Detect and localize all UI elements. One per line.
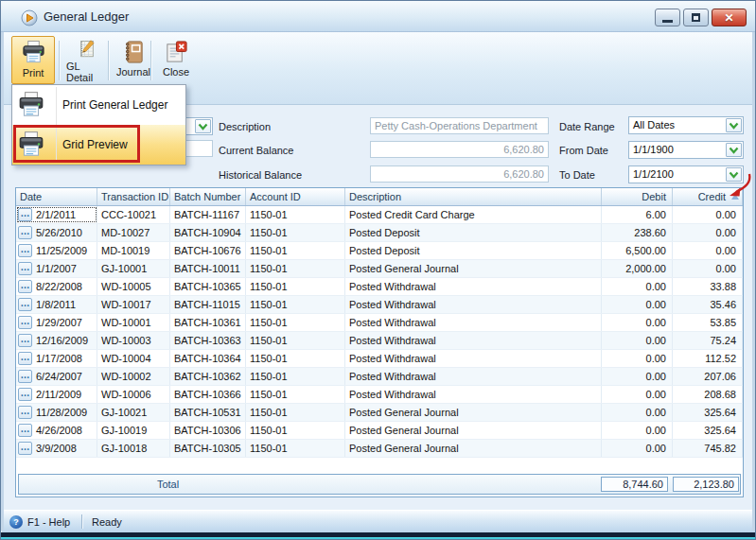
printer-icon bbox=[21, 40, 46, 65]
gl-detail-button-label: GL Detail bbox=[66, 61, 107, 83]
cell-acct: 1150-01 bbox=[246, 206, 345, 223]
help-icon[interactable]: ? bbox=[9, 515, 23, 529]
cell-date[interactable]: …11/28/2009 bbox=[16, 404, 97, 421]
row-expand-button[interactable]: … bbox=[18, 406, 32, 419]
cell-acct: 1150-01 bbox=[246, 386, 345, 403]
table-row[interactable]: …8/22/2008WD-10005BATCH-103651150-01Post… bbox=[16, 278, 743, 296]
cell-desc: Posted Withdrawal bbox=[345, 350, 602, 367]
table-row[interactable]: …1/8/2011WD-10017BATCH-110151150-01Poste… bbox=[16, 296, 743, 314]
cell-batch: BATCH-10364 bbox=[170, 350, 246, 367]
from-date-combobox[interactable]: 1/1/1900 bbox=[628, 141, 744, 159]
row-expand-button[interactable]: … bbox=[18, 208, 32, 221]
close-window-button[interactable]: ✕ bbox=[712, 9, 747, 26]
table-row[interactable]: …11/25/2009MD-10019BATCH-106761150-01Pos… bbox=[16, 242, 743, 260]
cell-acct: 1150-01 bbox=[246, 368, 345, 385]
cell-date[interactable]: …11/25/2009 bbox=[16, 242, 97, 259]
cell-date[interactable]: …12/16/2009 bbox=[16, 332, 97, 349]
table-row[interactable]: …11/28/2009GJ-10021BATCH-105311150-01Pos… bbox=[16, 404, 743, 422]
cell-txn: GJ-10021 bbox=[97, 404, 170, 421]
row-expand-button[interactable]: … bbox=[18, 316, 32, 329]
cell-batch: BATCH-10305 bbox=[170, 440, 246, 457]
row-expand-button[interactable]: … bbox=[18, 262, 32, 275]
description-field[interactable]: Petty Cash-Operations Department bbox=[370, 117, 549, 134]
printer-icon bbox=[12, 91, 50, 119]
cell-acct: 1150-01 bbox=[246, 278, 345, 295]
column-header-description[interactable]: Description bbox=[345, 188, 602, 205]
from-date-label: From Date bbox=[559, 145, 608, 156]
column-header-account-id[interactable]: Account ID bbox=[246, 188, 345, 205]
cell-date[interactable]: …4/26/2008 bbox=[16, 422, 97, 439]
toolbar-separator bbox=[59, 41, 60, 80]
minimize-button[interactable] bbox=[655, 9, 680, 26]
row-expand-button[interactable]: … bbox=[18, 388, 32, 401]
table-row[interactable]: …3/9/2008GJ-10018BATCH-103051150-01Poste… bbox=[16, 440, 743, 458]
column-header-transaction-id[interactable]: Transaction ID bbox=[97, 188, 170, 205]
cell-date-text: 5/26/2010 bbox=[36, 224, 82, 241]
table-row[interactable]: …1/29/2007WD-10001BATCH-103611150-01Post… bbox=[16, 314, 743, 332]
chevron-down-icon[interactable] bbox=[726, 143, 742, 157]
row-expand-button[interactable]: … bbox=[18, 334, 32, 347]
row-expand-button[interactable]: … bbox=[18, 352, 32, 365]
date-range-label: Date Range bbox=[559, 121, 615, 132]
help-label[interactable]: F1 - Help bbox=[27, 516, 70, 528]
general-ledger-window: General Ledger ✕ Print GL Detail Journal… bbox=[0, 0, 756, 540]
row-expand-button[interactable]: … bbox=[18, 442, 32, 455]
cell-batch: BATCH-11167 bbox=[170, 206, 246, 223]
table-row[interactable]: …2/11/2009WD-10006BATCH-103661150-01Post… bbox=[16, 386, 743, 404]
close-doc-icon bbox=[164, 40, 188, 64]
menu-item-label: Print General Ledger bbox=[62, 98, 167, 112]
table-row[interactable]: …4/26/2008GJ-10019BATCH-103061150-01Post… bbox=[16, 422, 743, 440]
cell-date[interactable]: …6/24/2007 bbox=[16, 368, 97, 385]
table-row[interactable]: …1/1/2007GJ-10001BATCH-100111150-01Poste… bbox=[16, 260, 743, 278]
cell-debit: 0.00 bbox=[602, 314, 673, 331]
row-expand-button[interactable]: … bbox=[18, 298, 32, 311]
column-header-batch-number[interactable]: Batch Number bbox=[170, 188, 246, 205]
journal-button[interactable]: Journal bbox=[112, 36, 155, 84]
table-row[interactable]: …12/16/2009WD-10003BATCH-103631150-01Pos… bbox=[16, 332, 743, 350]
maximize-button[interactable] bbox=[683, 9, 709, 26]
cell-desc: Posted Deposit bbox=[345, 224, 602, 241]
red-annotation-arrow bbox=[722, 171, 754, 201]
print-button[interactable]: Print bbox=[11, 36, 55, 84]
chevron-down-icon[interactable] bbox=[195, 119, 211, 133]
notepad-icon bbox=[75, 40, 99, 59]
cell-date[interactable]: …5/26/2010 bbox=[16, 224, 97, 241]
cell-acct: 1150-01 bbox=[246, 224, 345, 241]
cell-desc: Posted Deposit bbox=[345, 242, 602, 259]
cell-acct: 1150-01 bbox=[246, 242, 345, 259]
cell-batch: BATCH-10531 bbox=[170, 404, 246, 421]
cell-date[interactable]: …1/17/2008 bbox=[16, 350, 97, 367]
cell-desc: Posted Withdrawal bbox=[345, 278, 602, 295]
row-expand-button[interactable]: … bbox=[18, 424, 32, 437]
column-header-date[interactable]: Date bbox=[16, 188, 97, 205]
table-row[interactable]: …1/17/2008WD-10004BATCH-103641150-01Post… bbox=[16, 350, 743, 368]
cell-txn: CCC-10021 bbox=[97, 206, 170, 223]
cell-date-text: 11/25/2009 bbox=[36, 242, 87, 259]
cell-date[interactable]: …1/29/2007 bbox=[16, 314, 97, 331]
cell-batch: BATCH-10011 bbox=[170, 260, 246, 277]
table-row[interactable]: …6/24/2007WD-10002BATCH-103621150-01Post… bbox=[16, 368, 743, 386]
close-button[interactable]: Close bbox=[154, 36, 198, 84]
date-range-combobox[interactable]: All Dates bbox=[628, 116, 744, 134]
cell-txn: WD-10006 bbox=[97, 386, 170, 403]
row-expand-button[interactable]: … bbox=[18, 370, 32, 383]
menu-item-print-general-ledger[interactable]: Print General Ledger bbox=[12, 85, 185, 125]
column-header-debit[interactable]: Debit bbox=[602, 188, 673, 205]
row-expand-button[interactable]: … bbox=[18, 226, 32, 239]
table-row[interactable]: …5/26/2010MD-10027BATCH-109041150-01Post… bbox=[16, 224, 743, 242]
cell-date[interactable]: …8/22/2008 bbox=[16, 278, 97, 295]
cell-debit: 0.00 bbox=[602, 350, 673, 367]
row-expand-button[interactable]: … bbox=[18, 280, 32, 293]
cell-date[interactable]: …3/9/2008 bbox=[16, 440, 97, 457]
cell-credit: 208.68 bbox=[673, 386, 743, 403]
gl-detail-button[interactable]: GL Detail bbox=[62, 36, 112, 84]
row-expand-button[interactable]: … bbox=[18, 244, 32, 257]
cell-date[interactable]: …2/1/2011 bbox=[16, 206, 97, 223]
chevron-down-icon[interactable] bbox=[726, 118, 742, 132]
cell-batch: BATCH-10904 bbox=[170, 224, 246, 241]
cell-date[interactable]: …1/8/2011 bbox=[16, 296, 97, 313]
table-row[interactable]: …2/1/2011CCC-10021BATCH-111671150-01Post… bbox=[16, 206, 743, 224]
cell-date[interactable]: …2/11/2009 bbox=[16, 386, 97, 403]
cell-date-text: 1/1/2007 bbox=[36, 260, 77, 277]
cell-date[interactable]: …1/1/2007 bbox=[16, 260, 97, 277]
